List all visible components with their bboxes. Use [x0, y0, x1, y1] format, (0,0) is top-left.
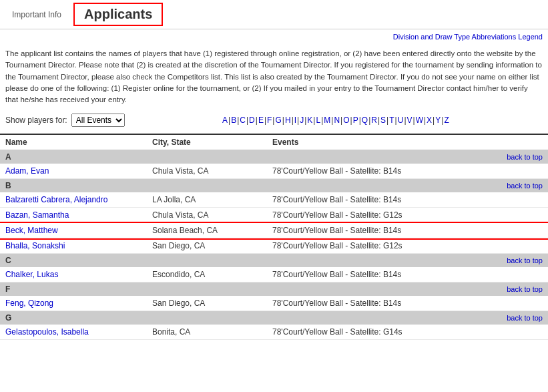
applicant-events: 78'Court/Yellow Ball - Satellite: G12s: [267, 208, 548, 223]
section-letter: C: [0, 254, 147, 268]
alpha-link-h[interactable]: H: [285, 116, 291, 125]
alpha-link-u[interactable]: U: [398, 116, 404, 125]
applicant-name-link[interactable]: Bhalla, Sonakshi: [5, 241, 65, 250]
alpha-link-g[interactable]: G: [275, 116, 281, 125]
applicant-events: 78'Court/Yellow Ball - Satellite: B14s: [267, 192, 548, 208]
section-header-g: G back to top: [0, 311, 548, 325]
section-header-c: C back to top: [0, 254, 548, 268]
section-letter: A: [0, 150, 147, 164]
table-row: Bazan, Samantha Chula Vista, CA 78'Court…: [0, 208, 548, 223]
applicant-events: 78'Court/Yellow Ball - Satellite: B14s: [267, 223, 548, 238]
applicant-name-link[interactable]: Chalker, Lukas: [5, 270, 58, 279]
section-header-a: A back to top: [0, 150, 548, 164]
alpha-link-y[interactable]: Y: [435, 116, 441, 125]
alpha-link-k[interactable]: K: [307, 116, 312, 125]
table-row: Gelastopoulos, Isabella Bonita, CA 78'Co…: [0, 325, 548, 340]
alpha-link-a[interactable]: A: [222, 116, 228, 125]
alpha-link-z[interactable]: Z: [444, 116, 449, 125]
applicant-events: 78'Court/Yellow Ball - Satellite: B14s: [267, 296, 548, 311]
alpha-link-l[interactable]: L: [316, 116, 320, 125]
alpha-link-v[interactable]: V: [407, 116, 413, 125]
section-letter: F: [0, 282, 147, 297]
applicant-events: 78'Court/Yellow Ball - Satellite: B14s: [267, 267, 548, 282]
applicant-name: Gelastopoulos, Isabella: [0, 325, 147, 340]
alpha-link-d[interactable]: D: [249, 116, 255, 125]
table-row: Beck, Matthew Solana Beach, CA 78'Court/…: [0, 223, 548, 238]
section-header-f: F back to top: [0, 282, 548, 297]
alpha-link-j[interactable]: J: [300, 116, 304, 125]
back-to-top[interactable]: back to top: [267, 282, 548, 297]
alphabet-nav: A|B|C|D|E|F|G|H|I|J|K|L|M|N|O|P|Q|R|S|T|…: [129, 116, 543, 125]
tab-important[interactable]: Important Info: [5, 6, 68, 23]
table-row: Adam, Evan Chula Vista, CA 78'Court/Yell…: [0, 164, 548, 179]
alpha-link-q[interactable]: Q: [362, 116, 368, 125]
applicant-city: LA Jolla, CA: [147, 192, 267, 208]
col-header-city: City, State: [147, 134, 267, 150]
applicant-name: Balzaretti Cabrera, Alejandro: [0, 192, 147, 208]
applicant-city: Chula Vista, CA: [147, 208, 267, 223]
applicant-name: Beck, Matthew: [0, 223, 147, 238]
col-header-name: Name: [0, 134, 147, 150]
tab-applicants[interactable]: Applicants: [73, 3, 163, 26]
applicant-events: 78'Court/Yellow Ball - Satellite: B14s: [267, 164, 548, 179]
alpha-link-m[interactable]: M: [324, 116, 330, 125]
table-row: Balzaretti Cabrera, Alejandro LA Jolla, …: [0, 192, 548, 208]
alpha-link-s[interactable]: S: [380, 116, 386, 125]
table-row: Bhalla, Sonakshi San Diego, CA 78'Court/…: [0, 238, 548, 254]
header-tabs: Important Info Applicants: [0, 0, 548, 29]
applicant-city: Chula Vista, CA: [147, 164, 267, 179]
alpha-link-t[interactable]: T: [389, 116, 394, 125]
section-header-b: B back to top: [0, 179, 548, 193]
applicant-city: San Diego, CA: [147, 296, 267, 311]
applicant-name: Feng, Qizong: [0, 296, 147, 311]
alpha-link-o[interactable]: O: [343, 116, 349, 125]
section-spacer: [147, 150, 267, 164]
alpha-link-r[interactable]: R: [371, 116, 377, 125]
section-letter: G: [0, 311, 147, 325]
section-spacer: [147, 282, 267, 297]
description: The applicant list contains the names of…: [0, 44, 548, 110]
applicant-name-link[interactable]: Balzaretti Cabrera, Alejandro: [5, 195, 107, 204]
alpha-link-b[interactable]: B: [231, 116, 236, 125]
back-to-top[interactable]: back to top: [267, 150, 548, 164]
applicant-name: Adam, Evan: [0, 164, 147, 179]
section-letter: B: [0, 179, 147, 193]
applicant-name-link[interactable]: Beck, Matthew: [5, 226, 58, 235]
applicant-city: Solana Beach, CA: [147, 223, 267, 238]
show-players-label: Show players for:: [5, 116, 67, 125]
applicant-name: Bazan, Samantha: [0, 208, 147, 223]
legend-link[interactable]: Division and Draw Type Abbreviations Leg…: [393, 33, 543, 41]
alpha-link-i[interactable]: I: [294, 116, 296, 125]
section-spacer: [147, 311, 267, 325]
back-to-top[interactable]: back to top: [267, 254, 548, 268]
table-row: Chalker, Lukas Escondido, CA 78'Court/Ye…: [0, 267, 548, 282]
alpha-link-f[interactable]: F: [267, 116, 272, 125]
applicant-name: Chalker, Lukas: [0, 267, 147, 282]
applicant-city: San Diego, CA: [147, 238, 267, 254]
alpha-link-p[interactable]: P: [353, 116, 358, 125]
table-header-row: Name City, State Events: [0, 134, 548, 150]
table-row: Feng, Qizong San Diego, CA 78'Court/Yell…: [0, 296, 548, 311]
applicant-name-link[interactable]: Adam, Evan: [5, 166, 49, 176]
applicant-events: 78'Court/Yellow Ball - Satellite: G12s: [267, 238, 548, 254]
description-text: The applicant list contains the names of…: [5, 49, 542, 104]
applicant-name-link[interactable]: Feng, Qizong: [5, 299, 53, 308]
applicants-table: Name City, State Events A back to top Ad…: [0, 134, 548, 340]
show-players-row: Show players for: All Events A|B|C|D|E|F…: [0, 110, 548, 131]
applicant-name: Bhalla, Sonakshi: [0, 238, 147, 254]
section-spacer: [147, 179, 267, 193]
alpha-link-x[interactable]: X: [427, 116, 432, 125]
alpha-link-c[interactable]: C: [240, 116, 246, 125]
back-to-top[interactable]: back to top: [267, 179, 548, 193]
applicant-city: Bonita, CA: [147, 325, 267, 340]
legend-row: Division and Draw Type Abbreviations Leg…: [0, 29, 548, 44]
section-spacer: [147, 254, 267, 268]
applicant-name-link[interactable]: Bazan, Samantha: [5, 210, 69, 220]
alpha-link-w[interactable]: W: [416, 116, 423, 125]
back-to-top[interactable]: back to top: [267, 311, 548, 325]
applicant-events: 78'Court/Yellow Ball - Satellite: G14s: [267, 325, 548, 340]
alpha-link-n[interactable]: N: [334, 116, 340, 125]
applicant-name-link[interactable]: Gelastopoulos, Isabella: [5, 327, 89, 337]
show-players-select[interactable]: All Events: [71, 114, 125, 127]
alpha-link-e[interactable]: E: [258, 116, 264, 125]
